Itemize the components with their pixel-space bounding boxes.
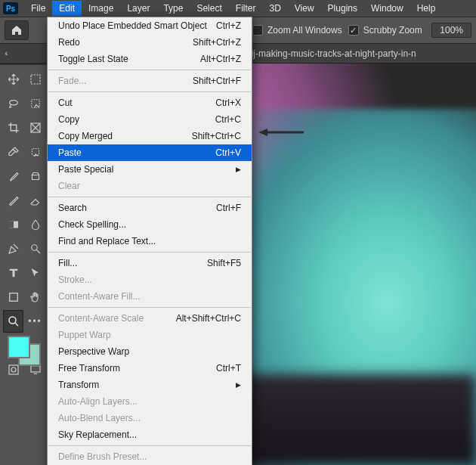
menu-item-label: Clear bbox=[58, 181, 80, 191]
zoom-tool[interactable] bbox=[3, 310, 23, 333]
menu-item-shortcut: Ctrl+Z bbox=[216, 20, 241, 31]
menu-item-cut[interactable]: CutCtrl+X bbox=[48, 95, 252, 111]
menu-item-copy[interactable]: CopyCtrl+C bbox=[48, 111, 252, 128]
menu-separator bbox=[48, 445, 251, 446]
menu-item-label: Auto-Blend Layers... bbox=[58, 413, 141, 423]
menu-select[interactable]: Select bbox=[190, 1, 228, 16]
photoshop-logo: Ps bbox=[3, 2, 18, 14]
menu-item-shortcut: Shift+Ctrl+C bbox=[192, 131, 241, 141]
menu-item-label: Paste bbox=[58, 147, 82, 158]
quick-selection-tool[interactable] bbox=[25, 92, 45, 115]
menu-item-label: Puppet Warp bbox=[58, 330, 111, 340]
menu-item-label: Paste Special bbox=[58, 164, 113, 175]
path-selection-tool[interactable] bbox=[25, 262, 45, 284]
checkbox-icon bbox=[252, 25, 263, 36]
svg-point-6 bbox=[31, 245, 37, 251]
checkbox-checked-icon bbox=[348, 25, 359, 36]
menu-item-label: Check Spelling... bbox=[58, 219, 126, 230]
zoom-value-input[interactable]: 100% bbox=[431, 23, 471, 38]
menu-item-shortcut: Ctrl+C bbox=[215, 114, 241, 125]
history-brush-tool[interactable] bbox=[3, 189, 23, 212]
more-tools[interactable]: ••• bbox=[25, 310, 45, 333]
shape-tool[interactable] bbox=[3, 286, 23, 308]
menu-item-paste[interactable]: PasteCtrl+V bbox=[48, 144, 252, 161]
menu-window[interactable]: Window bbox=[364, 1, 410, 16]
scrubby-zoom-option[interactable]: Scrubby Zoom bbox=[348, 25, 422, 36]
move-tool[interactable] bbox=[3, 68, 23, 91]
blur-tool[interactable] bbox=[25, 213, 45, 236]
menu-item-label: Transform bbox=[58, 380, 99, 390]
home-icon bbox=[11, 24, 23, 36]
zoom-all-windows-label: Zoom All Windows bbox=[267, 25, 342, 36]
clone-stamp-tool[interactable] bbox=[25, 165, 45, 188]
menu-item-auto-align-layers: Auto-Align Layers... bbox=[48, 393, 252, 410]
menu-item-label: Auto-Align Layers... bbox=[58, 396, 138, 407]
menu-item-shortcut: Alt+Ctrl+Z bbox=[200, 54, 241, 64]
home-button[interactable] bbox=[5, 20, 29, 40]
eraser-tool[interactable] bbox=[25, 189, 45, 212]
menu-item-fill[interactable]: Fill...Shift+F5 bbox=[48, 255, 252, 271]
crop-tool[interactable] bbox=[3, 116, 23, 139]
menu-item-search[interactable]: SearchCtrl+F bbox=[48, 200, 252, 216]
menu-item-toggle-last-state[interactable]: Toggle Last StateAlt+Ctrl+Z bbox=[48, 51, 252, 67]
menu-view[interactable]: View bbox=[288, 1, 321, 16]
menu-item-shortcut: Ctrl+T bbox=[216, 363, 241, 374]
hand-tool[interactable] bbox=[25, 286, 45, 308]
menu-item-content-aware-fill: Content-Aware Fill... bbox=[48, 288, 252, 305]
menu-file[interactable]: File bbox=[24, 1, 52, 16]
svg-rect-5 bbox=[9, 222, 14, 228]
menu-item-shortcut: Shift+Ctrl+F bbox=[193, 76, 241, 86]
menu-item-fade: Fade...Shift+Ctrl+F bbox=[48, 73, 252, 89]
collapse-panels-icon[interactable]: ‹‹ bbox=[5, 49, 7, 57]
menu-item-label: Content-Aware Scale bbox=[58, 313, 144, 324]
menu-item-label: Perspective Warp bbox=[58, 346, 129, 357]
menu-item-sky-replacement[interactable]: Sky Replacement... bbox=[48, 426, 252, 443]
gradient-tool[interactable] bbox=[3, 213, 23, 236]
menu-item-copy-merged[interactable]: Copy MergedShift+Ctrl+C bbox=[48, 128, 252, 144]
menu-help[interactable]: Help bbox=[410, 1, 443, 16]
zoom-all-windows-option[interactable]: Zoom All Windows bbox=[252, 25, 342, 36]
menu-item-label: Search bbox=[58, 203, 87, 213]
brush-tool[interactable] bbox=[3, 165, 23, 188]
lasso-tool[interactable] bbox=[3, 92, 23, 115]
menu-3d[interactable]: 3D bbox=[262, 1, 287, 16]
menu-item-define-brush-preset: Define Brush Preset... bbox=[48, 448, 252, 465]
menu-item-transform[interactable]: Transform bbox=[48, 377, 252, 393]
menu-edit[interactable]: Edit bbox=[52, 1, 82, 16]
menu-item-label: Content-Aware Fill... bbox=[58, 291, 141, 302]
menu-type[interactable]: Type bbox=[156, 1, 190, 16]
marquee-tool[interactable] bbox=[25, 68, 45, 91]
healing-brush-tool[interactable] bbox=[25, 141, 45, 163]
menu-separator bbox=[48, 197, 251, 197]
frame-tool[interactable] bbox=[25, 116, 45, 139]
menu-separator bbox=[48, 307, 251, 308]
menu-item-check-spelling[interactable]: Check Spelling... bbox=[48, 216, 252, 233]
menu-separator bbox=[48, 70, 251, 70]
menu-item-clear: Clear bbox=[48, 178, 252, 194]
menu-item-label: Sky Replacement... bbox=[58, 429, 137, 440]
menu-item-content-aware-scale: Content-Aware ScaleAlt+Shift+Ctrl+C bbox=[48, 310, 252, 327]
menu-layer[interactable]: Layer bbox=[120, 1, 156, 16]
type-tool[interactable] bbox=[3, 262, 23, 284]
dodge-tool[interactable] bbox=[25, 237, 45, 260]
menu-item-shortcut: Ctrl+V bbox=[215, 147, 241, 158]
pen-tool[interactable] bbox=[3, 237, 23, 260]
menu-item-label: Find and Replace Text... bbox=[58, 236, 156, 246]
color-swatches[interactable] bbox=[3, 334, 45, 369]
menu-item-undo-place-embedded-smart-object[interactable]: Undo Place Embedded Smart ObjectCtrl+Z bbox=[48, 17, 252, 34]
foreground-swatch[interactable] bbox=[9, 337, 29, 357]
menu-plugins[interactable]: Plugins bbox=[321, 1, 364, 16]
menu-item-paste-special[interactable]: Paste Special bbox=[48, 161, 252, 178]
menubar: Ps FileEditImageLayerTypeSelectFilter3DV… bbox=[0, 0, 476, 17]
menu-item-label: Copy Merged bbox=[58, 131, 113, 141]
menu-item-free-transform[interactable]: Free TransformCtrl+T bbox=[48, 360, 252, 377]
menu-item-redo[interactable]: RedoShift+Ctrl+Z bbox=[48, 34, 252, 51]
menu-filter[interactable]: Filter bbox=[229, 1, 263, 16]
svg-rect-0 bbox=[31, 75, 40, 84]
document-tab-title[interactable]: male-dj-making-music-tracks-at-night-par… bbox=[226, 48, 416, 59]
eyedropper-tool[interactable] bbox=[3, 141, 23, 163]
menu-item-label: Fade... bbox=[58, 76, 86, 86]
menu-item-perspective-warp[interactable]: Perspective Warp bbox=[48, 343, 252, 360]
menu-item-find-and-replace-text[interactable]: Find and Replace Text... bbox=[48, 233, 252, 250]
menu-image[interactable]: Image bbox=[82, 1, 120, 16]
